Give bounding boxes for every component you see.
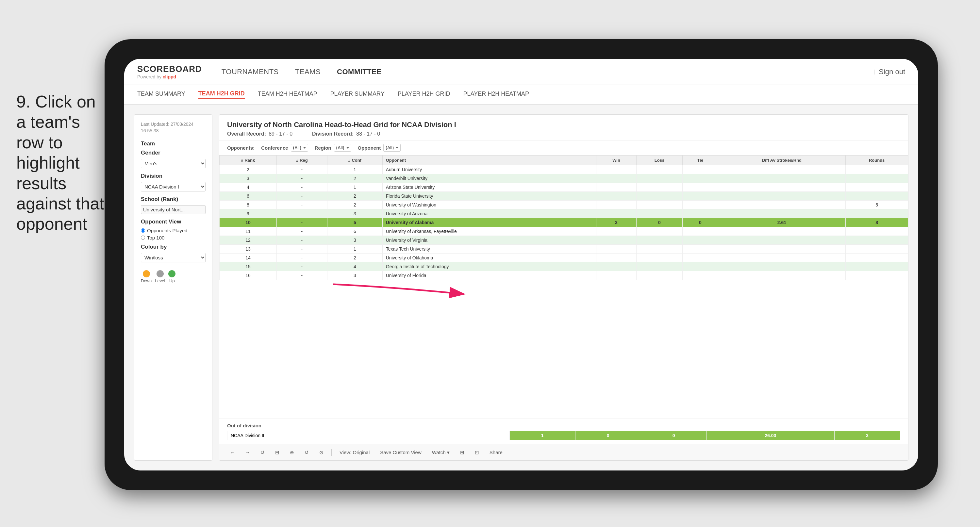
cell-win [597,174,636,183]
cell-conf: 2 [327,201,382,209]
table-area: # Rank # Reg # Conf Opponent Win Loss Ti… [219,155,908,444]
toolbar-redo[interactable]: → [242,449,253,456]
col-tie: Tie [682,156,718,165]
cell-loss [636,183,682,192]
table-row[interactable]: 9-3University of Arizona [220,209,908,218]
table-row[interactable]: 14-2University of Oklahoma [220,253,908,262]
sub-nav-player-h2h-grid[interactable]: PLAYER H2H GRID [398,91,450,99]
col-conf: # Conf [327,156,382,165]
sign-out-link[interactable]: Sign out [879,68,905,76]
school-input[interactable]: University of Nort... [141,205,205,214]
cell-rounds: 8 [846,218,908,227]
col-loss: Loss [636,156,682,165]
cell-diff: 2.61 [718,218,846,227]
toolbar-clock[interactable]: ⊙ [317,449,326,457]
cell-opponent: Florida State University [382,192,596,201]
cell-tie [682,236,718,245]
cell-rank: 2 [220,165,277,174]
cell-reg: - [277,271,327,280]
cell-conf: 2 [327,192,382,201]
cell-conf: 1 [327,245,382,253]
toolbar-undo[interactable]: ← [227,449,237,456]
sub-nav-team-h2h-heatmap[interactable]: TEAM H2H HEATMAP [258,91,317,99]
table-container: # Rank # Reg # Conf Opponent Win Loss Ti… [219,155,908,419]
cell-rank: 8 [220,201,277,209]
main-content: Last Updated: 27/03/2024 16:55:38 Team G… [124,105,918,470]
cell-tie [682,253,718,262]
region-filter-select[interactable]: (All) [334,144,351,151]
cell-reg: - [277,183,327,192]
cell-diff [718,253,846,262]
table-row[interactable]: 16-3University of Florida [220,271,908,280]
table-row[interactable]: 3-2Vanderbilt University [220,174,908,183]
table-row[interactable]: 10-5University of Alabama3002.618 [220,218,908,227]
division-select[interactable]: NCAA Division I [141,182,205,191]
toolbar-save-custom[interactable]: Save Custom View [377,449,424,456]
toolbar-reset[interactable]: ↺ [258,449,267,457]
conference-filter-label: Conference [261,145,288,151]
toolbar-rotate[interactable]: ↺ [302,449,312,457]
sub-nav-team-h2h-grid[interactable]: TEAM H2H GRID [198,90,245,99]
division-record-label: Division Record: [312,131,353,137]
colour-by-select[interactable]: Win/loss [141,253,205,262]
opponent-filter: Opponent (All) [358,144,401,151]
col-diff: Diff Av Strokes/Rnd [718,156,846,165]
legend: Down Level Up [141,270,205,283]
table-row[interactable]: 15-4Georgia Institute of Technology [220,262,908,271]
sub-nav-player-h2h-heatmap[interactable]: PLAYER H2H HEATMAP [463,91,529,99]
nav-committee[interactable]: COMMITTEE [337,68,382,76]
cell-conf: 6 [327,227,382,236]
table-row[interactable]: 4-1Arizona State University [220,183,908,192]
sub-nav-player-summary[interactable]: PLAYER SUMMARY [330,91,384,99]
toolbar-share[interactable]: Share [487,449,505,456]
opponent-radio-top100[interactable]: Top 100 [141,235,205,240]
cell-tie [682,183,718,192]
instruction-body: Click on a team's row to highlight resul… [16,92,104,233]
cell-diff [718,271,846,280]
toolbar-icon-btn1[interactable]: ⊞ [458,449,467,457]
toolbar-plus[interactable]: ⊕ [287,449,297,457]
conference-filter-select[interactable]: (All) [291,144,308,151]
nav-teams[interactable]: TEAMS [295,68,321,76]
sub-nav-team-summary[interactable]: TEAM SUMMARY [137,91,185,99]
table-row[interactable]: 11-6University of Arkansas, Fayetteville [220,227,908,236]
toolbar-icon-btn2[interactable]: ⊡ [472,449,482,457]
logo-scoreboard: SCOREBOARD [137,64,202,74]
cell-tie [682,174,718,183]
cell-win: 3 [597,218,636,227]
opponent-filter-select[interactable]: (All) [383,144,401,151]
out-div-label: NCAA Division II [228,431,510,440]
toolbar-view-original[interactable]: View: Original [337,449,372,456]
cell-opponent: Georgia Institute of Technology [382,262,596,271]
table-row[interactable]: 6-2Florida State University [220,192,908,201]
logo-powered: Powered by clippd [137,74,202,80]
nav-tournaments[interactable]: TOURNAMENTS [221,68,279,76]
cell-loss [636,209,682,218]
division-record-value: 88 - 17 - 0 [356,131,380,137]
gender-select[interactable]: Men's [141,159,205,168]
table-row[interactable]: 2-1Auburn University [220,165,908,174]
cell-win [597,192,636,201]
table-row[interactable]: 13-1Texas Tech University [220,245,908,253]
cell-loss [636,245,682,253]
cell-tie [682,271,718,280]
cell-opponent: University of Florida [382,271,596,280]
opponent-filter-label: Opponent [358,145,381,151]
cell-reg: - [277,165,327,174]
legend-level-dot [156,270,164,277]
toolbar-minus[interactable]: ⊟ [272,449,282,457]
table-row[interactable]: 12-3University of Virginia [220,236,908,245]
main-panel: University of North Carolina Head-to-Hea… [219,115,908,461]
col-reg: # Reg [277,156,327,165]
opponent-radio-played[interactable]: Opponents Played [141,228,205,233]
school-label: School (Rank) [141,196,205,202]
legend-down-dot [143,270,150,277]
out-div-row[interactable]: NCAA Division II 1 0 0 26.00 3 [228,431,900,440]
table-row[interactable]: 8-2University of Washington5 [220,201,908,209]
cell-conf: 1 [327,183,382,192]
cell-rank: 6 [220,192,277,201]
instruction-text: 9. Click on a team's row to highlight re… [16,91,108,234]
toolbar-watch[interactable]: Watch ▾ [430,449,452,457]
cell-reg: - [277,209,327,218]
cell-win [597,253,636,262]
